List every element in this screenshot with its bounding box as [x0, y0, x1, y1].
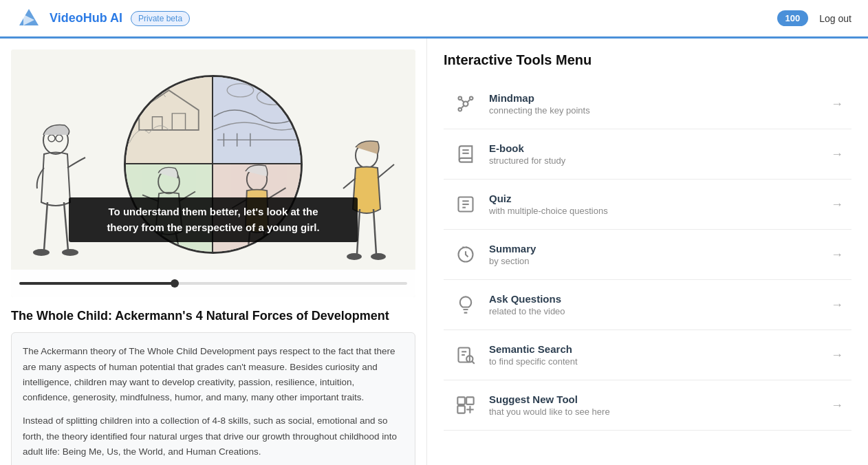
quadrant-2 [213, 77, 301, 164]
tool-desc-quiz: with multiple-choice questions [489, 206, 831, 216]
arrow-icon-ebook: → [831, 147, 843, 162]
svg-point-2 [56, 135, 63, 142]
tool-desc-suggest-tool: that you would like to see here [489, 407, 831, 417]
tool-text-ebook: E-book structured for study [489, 142, 831, 166]
app-logo-icon [17, 6, 41, 31]
left-panel: To understand them better, let's look at… [0, 39, 426, 465]
svg-point-4 [33, 249, 50, 256]
arrow-icon-summary: → [831, 248, 843, 262]
tool-desc-semantic-search: to find specific content [489, 356, 831, 367]
tool-item-ask-questions[interactable]: Ask Questions related to the video → [444, 280, 851, 330]
credits-badge: 100 [777, 10, 809, 26]
tool-item-suggest-tool[interactable]: Suggest New Tool that you would like to … [444, 380, 851, 431]
tool-desc-mindmap: connecting the key points [489, 105, 831, 116]
svg-line-30 [472, 361, 474, 363]
lightbulb-icon [452, 291, 479, 318]
beta-badge: Private beta [131, 11, 190, 26]
svg-rect-35 [457, 406, 465, 413]
tool-name-summary: Summary [489, 243, 831, 255]
video-description: The Ackermann theory of The Whole Child … [11, 332, 415, 465]
arrow-icon-quiz: → [831, 197, 843, 212]
tool-name-quiz: Quiz [489, 193, 831, 204]
header-left: VideoHub AI Private beta [17, 6, 190, 31]
book-icon [452, 140, 479, 168]
arrow-icon-semantic-search: → [831, 348, 843, 363]
svg-point-1 [48, 135, 55, 142]
tool-name-ebook: E-book [489, 142, 831, 154]
tool-text-mindmap: Mindmap connecting the key points [489, 92, 831, 116]
logout-button[interactable]: Log out [819, 13, 851, 24]
quiz-icon [452, 191, 479, 218]
summary-icon [452, 241, 479, 268]
tool-text-quiz: Quiz with multiple-choice questions [489, 193, 831, 216]
main-content: To understand them better, let's look at… [0, 39, 868, 465]
svg-point-14 [459, 97, 462, 100]
tool-item-quiz[interactable]: Quiz with multiple-choice questions → [444, 180, 851, 230]
svg-rect-34 [466, 397, 474, 404]
suggest-icon [452, 391, 479, 419]
tool-text-summary: Summary by section [489, 243, 831, 266]
video-title: The Whole Child: Ackermann's 4 Natural F… [11, 308, 415, 324]
quadrant-1 [126, 77, 213, 164]
header-right: 100 Log out [777, 10, 851, 26]
description-paragraph-2: Instead of splitting children into a col… [23, 413, 404, 459]
mindmap-icon [452, 90, 479, 118]
tool-desc-summary: by section [489, 256, 831, 266]
tool-item-ebook[interactable]: E-book structured for study → [444, 129, 851, 180]
svg-line-19 [462, 105, 464, 108]
arrow-icon-mindmap: → [831, 97, 843, 111]
progress-fill [19, 282, 175, 285]
tool-text-ask-questions: Ask Questions related to the video [489, 293, 831, 316]
tool-item-semantic-search[interactable]: Semantic Search to find specific content… [444, 330, 851, 380]
right-panel: Interactive Tools Menu Mindmap connectin… [426, 39, 868, 465]
svg-rect-33 [457, 397, 465, 404]
app-title: VideoHub AI [50, 11, 122, 25]
tool-name-semantic-search: Semantic Search [489, 343, 831, 355]
sketch-scene: To understand them better, let's look at… [11, 50, 415, 297]
tool-name-ask-questions: Ask Questions [489, 293, 831, 305]
tools-menu-title: Interactive Tools Menu [444, 52, 851, 68]
svg-point-7 [257, 89, 290, 105]
arrow-icon-suggest-tool: → [831, 398, 843, 413]
video-subtitle: To understand them better, let's look at… [69, 197, 358, 242]
app-header: VideoHub AI Private beta 100 Log out [0, 0, 868, 39]
svg-point-15 [470, 97, 473, 100]
tool-text-suggest-tool: Suggest New Tool that you would like to … [489, 393, 831, 417]
tool-item-summary[interactable]: Summary by section → [444, 230, 851, 280]
svg-point-16 [459, 108, 462, 111]
progress-thumb [171, 279, 179, 288]
description-paragraph-1: The Ackermann theory of The Whole Child … [23, 344, 404, 405]
svg-point-5 [62, 249, 78, 256]
arrow-icon-ask-questions: → [831, 298, 843, 312]
svg-point-11 [347, 253, 362, 260]
svg-point-12 [371, 253, 386, 260]
tool-item-mindmap[interactable]: Mindmap connecting the key points → [444, 79, 851, 129]
tool-text-semantic-search: Semantic Search to find specific content [489, 343, 831, 367]
tool-desc-ebook: structured for study [489, 155, 831, 166]
progress-track [19, 282, 407, 285]
video-progress-bar[interactable] [11, 270, 415, 297]
tool-name-suggest-tool: Suggest New Tool [489, 393, 831, 405]
svg-point-6 [227, 84, 253, 97]
video-container[interactable]: To understand them better, let's look at… [11, 50, 415, 297]
svg-line-18 [467, 100, 470, 102]
svg-line-17 [462, 100, 464, 102]
tool-desc-ask-questions: related to the video [489, 306, 831, 316]
person-left-figure [23, 120, 89, 271]
search-doc-icon [452, 341, 479, 369]
tool-name-mindmap: Mindmap [489, 92, 831, 104]
